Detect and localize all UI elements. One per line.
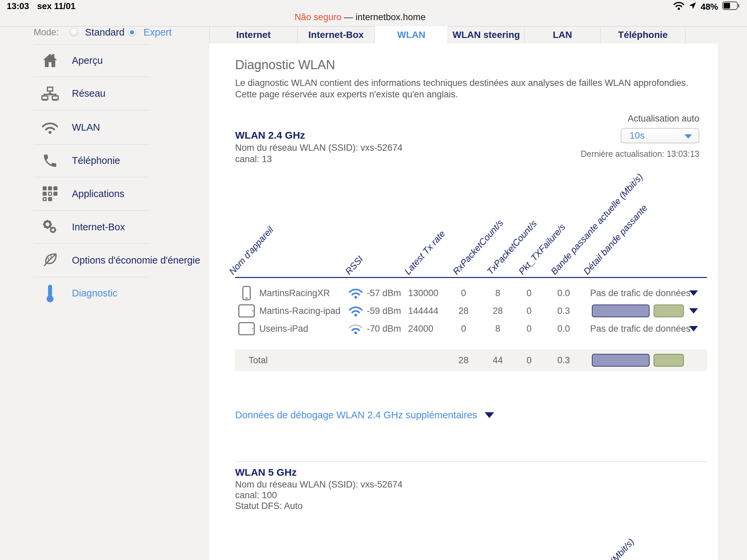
sidebar-item-label: Diagnostic [72, 288, 117, 299]
rx-packets-value: 0 [449, 284, 478, 302]
device-name: Useins-iPad [259, 319, 308, 338]
last-update-text: Dernière actualisation: 13:03:13 [537, 149, 699, 159]
detail-text: Pas de trafic de données [590, 284, 691, 302]
apps-icon [41, 186, 59, 202]
chevron-down-icon [485, 412, 494, 418]
tab-bar: Internet Internet-Box WLAN WLAN steering… [209, 26, 718, 44]
sidebar-item-reseau[interactable]: Réseau [33, 77, 208, 110]
sidebar-item-applications[interactable]: Applications [33, 177, 208, 211]
detail-text: Pas de trafic de données [590, 319, 691, 338]
status-time: 13:03 [7, 1, 29, 11]
table-total-row: Total 28 44 0 0.3 [235, 349, 707, 371]
section-divider [235, 461, 707, 462]
expand-row-button[interactable] [689, 284, 699, 302]
sidebar-item-apercu[interactable]: Aperçu [33, 44, 208, 77]
table-row: Useins-iPad -70 dBm 24000 0 8 0 0.0 Pas … [235, 319, 718, 338]
leaf-icon [41, 252, 59, 269]
bandwidth-bar-purple [592, 354, 650, 367]
signal-strong-icon [348, 284, 364, 302]
tx-rate-value: 130000 [408, 284, 438, 302]
tablet-icon [238, 301, 255, 320]
tablet-icon [238, 319, 255, 338]
wifi-icon [41, 120, 59, 134]
tab-wlan[interactable]: WLAN [375, 26, 448, 44]
device-name: Martins-Racing-ipad [259, 301, 341, 320]
screen: 13:03 sex 11/01 48% Não seguro — interne… [0, 0, 747, 560]
total-tx-packets: 44 [484, 349, 512, 371]
refresh-interval-select[interactable]: 10s [621, 128, 699, 143]
bandwidth-bar-purple [592, 304, 650, 317]
sidebar-item-wlan[interactable]: WLAN [33, 110, 208, 144]
address-separator: — [341, 12, 355, 22]
gears-icon [41, 218, 59, 235]
expand-row-button[interactable] [689, 319, 699, 338]
address-host: internetbox.home [355, 12, 426, 22]
wlan5-title: WLAN 5 GHz [235, 466, 297, 478]
table-row: Martins-Racing-ipad -59 dBm 144444 28 28… [235, 301, 718, 320]
total-tx-failures: 0 [515, 349, 543, 371]
tab-internet-box[interactable]: Internet-Box [297, 26, 375, 44]
sidebar-item-label: WLAN [72, 122, 100, 133]
tx-packets-value: 28 [484, 301, 512, 320]
tab-internet[interactable]: Internet [209, 26, 297, 44]
mode-option-standard[interactable]: Standard [85, 27, 125, 38]
sidebar-item-internet-box[interactable]: Internet-Box [33, 211, 208, 243]
page-description: Le diagnostic WLAN contient des informat… [235, 77, 711, 100]
bandwidth-bar-green [654, 354, 684, 367]
refresh-interval-value: 10s [629, 130, 645, 141]
bandwidth-bar-green [654, 304, 684, 317]
sidebar-item-telephonie[interactable]: Téléphonie [33, 144, 208, 177]
tx-packets-value: 8 [484, 284, 512, 302]
wlan5-channel: canal: 100 [235, 490, 277, 501]
tx-rate-value: 144444 [408, 301, 438, 320]
total-label: Total [249, 349, 268, 371]
radio-standard[interactable] [70, 28, 78, 36]
ios-status-bar: 13:03 sex 11/01 48% [0, 0, 747, 11]
sidebar-item-label: Téléphonie [72, 155, 120, 166]
debug-data-link[interactable]: Données de débogage WLAN 2.4 GHz supplém… [235, 408, 494, 422]
chevron-down-icon [685, 134, 692, 139]
sidebar-item-diagnostic[interactable]: Diagnostic [33, 277, 208, 310]
battery-icon [722, 1, 740, 12]
bandwidth-value: 0.0 [549, 284, 578, 302]
tx-packets-value: 8 [484, 319, 512, 338]
tab-lan[interactable]: LAN [524, 26, 600, 44]
address-bar[interactable]: Não seguro — internetbox.home [0, 12, 720, 23]
chevron-down-icon [689, 326, 698, 331]
mode-option-expert[interactable]: Expert [144, 27, 172, 38]
auto-refresh-label: Actualisation auto [571, 113, 699, 124]
sidebar-item-label: Internet-Box [72, 221, 125, 233]
sidebar-item-economie[interactable]: Options d'économie d'énergie [33, 243, 208, 277]
total-rx-packets: 28 [449, 349, 478, 371]
rssi-value: -57 dBm [367, 284, 401, 302]
chevron-down-icon [689, 308, 698, 314]
expand-row-button[interactable] [689, 301, 699, 320]
rssi-value: -59 dBm [367, 301, 401, 320]
location-arrow-icon [689, 2, 697, 12]
sidebar-item-label: Aperçu [72, 55, 103, 66]
device-name: MartinsRacingXR [259, 284, 330, 302]
wifi-status-icon [673, 2, 685, 12]
bandwidth-value: 0.0 [549, 319, 578, 338]
total-bandwidth: 0.3 [549, 349, 578, 371]
tx-rate-value: 24000 [408, 319, 433, 338]
thermometer-icon [41, 284, 59, 302]
table-row: MartinsRacingXR -57 dBm 130000 0 8 0 0.0… [235, 284, 718, 302]
tx-failures-value: 0 [515, 319, 543, 338]
battery-percent: 48% [701, 2, 718, 12]
rx-packets-value: 0 [449, 319, 478, 338]
radio-expert[interactable] [128, 28, 136, 36]
mode-label: Mode: [33, 27, 59, 37]
signal-medium-icon [348, 319, 364, 338]
tx-failures-value: 0 [515, 284, 543, 302]
wlan24-ssid: Nom du réseau WLAN (SSID): vxs-52674 [235, 143, 403, 153]
table-header-line [235, 277, 707, 278]
status-right: 48% [673, 1, 740, 12]
tab-wlan-steering[interactable]: WLAN steering [448, 26, 524, 44]
tab-telephonie[interactable]: Téléphonie [600, 26, 685, 44]
bandwidth-value: 0.3 [549, 301, 578, 320]
home-icon [41, 53, 59, 68]
wlan24-channel: canal: 13 [235, 154, 272, 164]
smartphone-icon [238, 284, 255, 302]
rssi-value: -70 dBm [367, 319, 401, 338]
